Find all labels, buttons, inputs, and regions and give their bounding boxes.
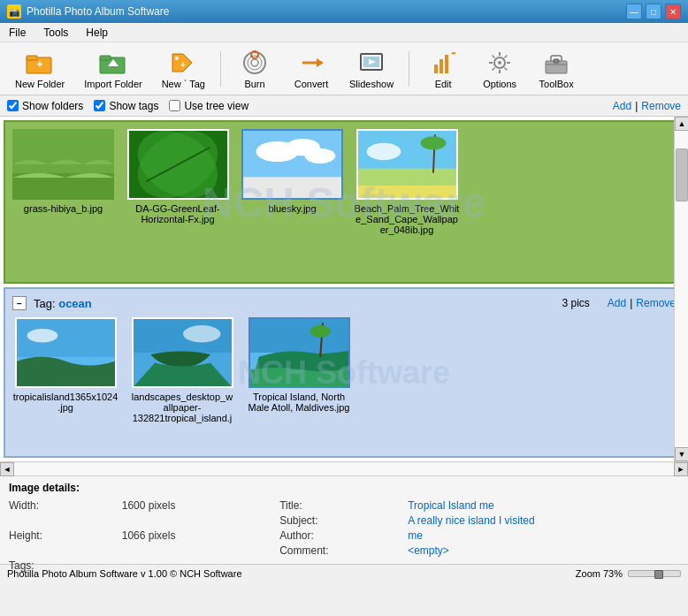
menu-file[interactable]: File	[4, 25, 31, 41]
tag-photos-container: tropicalisland1365x1024.jpg landscapes_d…	[12, 317, 676, 423]
burn-label: Burn	[244, 79, 264, 89]
svg-point-46	[366, 143, 401, 160]
svg-point-54	[182, 325, 219, 342]
content-area: NCH Software grass-hibiya_b.jpg	[0, 117, 688, 461]
use-tree-checkbox[interactable]	[169, 100, 180, 111]
title-label: Title:	[279, 499, 401, 512]
tag-title: Tag: ocean	[34, 297, 92, 310]
import-folder-label: Import Folder	[84, 79, 141, 89]
tag-count: 3 pics	[562, 297, 589, 309]
title-value: Tropical Island me	[408, 499, 679, 512]
svg-line-26	[505, 67, 508, 70]
menu-help[interactable]: Help	[80, 25, 113, 41]
show-folders-checkbox[interactable]	[7, 100, 19, 111]
author-value: me	[408, 529, 679, 542]
svg-rect-18	[445, 55, 448, 73]
collapse-button[interactable]: −	[12, 296, 27, 310]
new-folder-button[interactable]: + New Folder	[7, 44, 73, 94]
scroll-left-button[interactable]: ◄	[0, 462, 14, 476]
svg-rect-56	[250, 318, 348, 353]
zoom-area: Zoom 73%	[576, 568, 681, 579]
options-label: Options	[483, 79, 516, 89]
svg-rect-45	[358, 186, 456, 198]
scroll-right-button[interactable]: ►	[674, 462, 688, 476]
tag-name: ocean	[58, 297, 92, 310]
toolbar: + New Folder Import Folder + New ` Tag	[0, 42, 688, 95]
svg-rect-32	[12, 129, 114, 173]
zoom-label: Zoom 73%	[576, 568, 623, 579]
import-folder-button[interactable]: Import Folder	[76, 44, 149, 94]
tag-add-link[interactable]: Add	[608, 297, 626, 309]
show-tags-checkbox[interactable]	[94, 100, 105, 111]
menu-tools[interactable]: Tools	[38, 25, 73, 41]
svg-rect-39	[243, 177, 341, 198]
use-tree-label: Use tree view	[184, 100, 248, 112]
convert-icon	[297, 49, 325, 77]
maximize-button[interactable]: □	[646, 4, 661, 19]
app-icon: 📷	[7, 4, 21, 19]
svg-point-51	[27, 329, 57, 342]
toolbox-button[interactable]: ToolBox	[530, 44, 583, 94]
photo-thumb-sky[interactable]: bluesky.jpg	[241, 129, 343, 214]
tag-remove-link[interactable]: Remove	[636, 297, 676, 309]
photo-thumb-beach[interactable]: Beach_Palm_Tree_White_Sand_Cape_Wallpape…	[354, 129, 460, 235]
burn-icon	[241, 49, 269, 77]
comment-value: <empty>	[408, 544, 679, 557]
height-label: Height:	[9, 529, 115, 542]
svg-point-48	[420, 136, 446, 149]
add-link[interactable]: Add	[613, 100, 631, 112]
photo-label-sky: bluesky.jpg	[268, 203, 316, 214]
top-photo-panel: NCH Software grass-hibiya_b.jpg	[4, 120, 684, 284]
minimize-button[interactable]: —	[626, 4, 642, 19]
scroll-down-button[interactable]: ▼	[675, 447, 688, 461]
image-details-panel: Image details: Width: 1600 pixels Title:…	[0, 475, 688, 564]
svg-rect-1	[27, 56, 37, 60]
ocean-photo-2[interactable]: landscapes_desktop_wallpaper-132821tropi…	[129, 317, 235, 423]
svg-point-20	[498, 61, 501, 65]
use-tree-group: Use tree view	[169, 100, 248, 112]
convert-label: Convert	[294, 79, 329, 89]
svg-text:+: +	[37, 58, 43, 71]
new-folder-label: New Folder	[15, 79, 65, 89]
svg-line-27	[505, 55, 508, 57]
photo-thumb-leaf[interactable]: DA-GG-GreenLeaf-Horizontal-Fx.jpg	[125, 129, 231, 224]
svg-text:+: +	[180, 60, 186, 70]
remove-link[interactable]: Remove	[641, 100, 681, 112]
comment-label: Comment:	[279, 544, 401, 557]
zoom-thumb	[654, 570, 663, 579]
zoom-slider[interactable]	[628, 570, 681, 577]
toolbox-label: ToolBox	[539, 79, 574, 89]
ocean-photo-3[interactable]: Tropical Island, North Male Atoll, Maldi…	[246, 317, 352, 423]
slideshow-icon	[357, 49, 386, 77]
subject-value: A really nice island I visited	[408, 514, 679, 527]
show-tags-group: Show tags	[94, 100, 158, 112]
svg-line-25	[493, 55, 495, 57]
slideshow-label: Slideshow	[349, 79, 394, 89]
svg-point-58	[310, 325, 330, 338]
edit-label: Edit	[435, 79, 452, 89]
details-title: Image details:	[9, 482, 679, 494]
options-button[interactable]: Options	[473, 44, 526, 94]
edit-icon	[429, 49, 457, 77]
svg-rect-44	[358, 169, 456, 186]
convert-button[interactable]: Convert	[285, 44, 338, 94]
svg-marker-12	[317, 58, 324, 67]
vertical-scrollbar: ▲ ▼	[674, 117, 688, 461]
scroll-thumb[interactable]	[676, 148, 688, 202]
svg-point-6	[175, 57, 179, 60]
scroll-track	[675, 131, 688, 447]
scroll-up-button[interactable]: ▲	[675, 117, 688, 131]
toolbar-separator-2	[409, 51, 409, 87]
new-tag-icon: +	[169, 49, 197, 77]
slideshow-button[interactable]: Slideshow	[341, 44, 401, 94]
toolbar-separator-1	[220, 51, 221, 87]
horizontal-scrollbar: ◄ ►	[0, 461, 688, 475]
edit-button[interactable]: Edit	[417, 44, 470, 94]
ocean-photo-1[interactable]: tropicalisland1365x1024.jpg	[12, 317, 118, 423]
show-tags-label: Show tags	[109, 100, 158, 112]
svg-rect-4	[100, 56, 111, 60]
photo-thumb-grass[interactable]: grass-hibiya_b.jpg	[12, 129, 114, 214]
close-button[interactable]: ✕	[665, 4, 681, 19]
new-tag-button[interactable]: + New ` Tag	[154, 44, 213, 94]
burn-button[interactable]: Burn	[228, 44, 281, 94]
